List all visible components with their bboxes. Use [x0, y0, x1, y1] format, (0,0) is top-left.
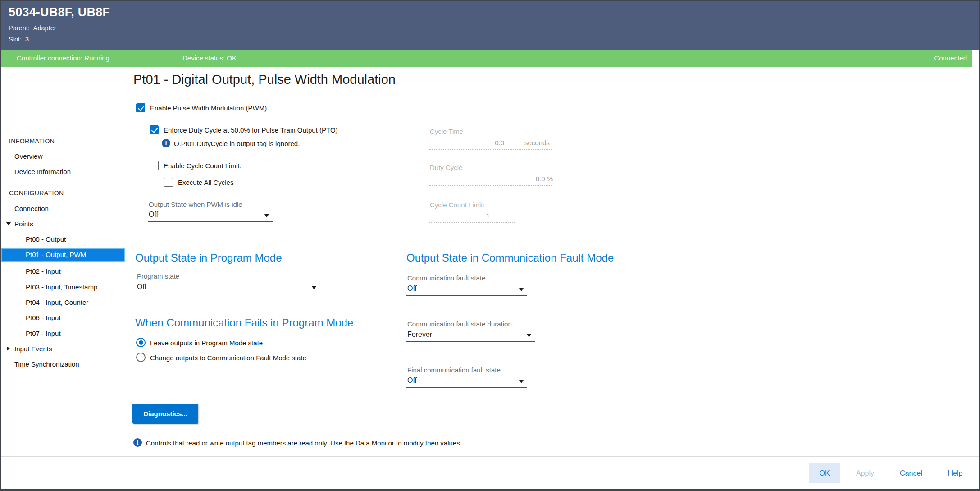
controller-connection-status: Controller connection: Running	[17, 54, 109, 62]
enable-pwm-label: Enable Pulse Width Modulation (PWM)	[150, 104, 267, 112]
chevron-down-icon	[312, 286, 316, 289]
cycle-count-limit-underline	[429, 222, 515, 223]
enable-cycle-count-checkbox[interactable]	[150, 161, 159, 170]
sidebar-item-points[interactable]: Points	[14, 220, 33, 228]
cycle-count-limit-label: Cycle Count Limit:	[430, 201, 485, 209]
help-button[interactable]: Help	[938, 463, 972, 483]
duty-cycle-label: Duty Cycle	[430, 164, 463, 171]
connection-state: Connected	[934, 54, 967, 62]
sidebar-item-device-information[interactable]: Device Information	[14, 168, 71, 175]
chevron-down-icon	[264, 214, 269, 217]
sidebar-section-configuration: CONFIGURATION	[9, 189, 64, 197]
change-outputs-radio[interactable]	[136, 353, 146, 362]
module-parent-row: Parent:Adapter	[9, 24, 56, 32]
cycle-time-unit: seconds	[524, 139, 550, 147]
cancel-button[interactable]: Cancel	[889, 463, 933, 483]
cycle-count-limit-value: 1	[429, 212, 490, 220]
cycle-time-value: 0.0	[430, 139, 504, 147]
info-icon: i	[162, 139, 170, 147]
read-only-note: Controls that read or write output tag m…	[146, 439, 462, 447]
device-status: Device status: OK	[182, 54, 237, 62]
sidebar-item-pt06[interactable]: Pt06 - Input	[26, 314, 61, 321]
cycle-time-label: Cycle Time	[430, 128, 463, 135]
comm-fails-heading: When Communication Fails in Program Mode	[135, 317, 353, 329]
comm-fault-duration-value: Forever	[407, 330, 432, 339]
sidebar-divider	[126, 67, 126, 456]
idle-state-label: Output State when PWM is idle	[149, 201, 242, 208]
idle-state-value: Off	[149, 211, 158, 219]
input-events-collapsed-arrow-icon[interactable]	[7, 346, 10, 351]
sidebar-item-pt00[interactable]: Pt00 - Output	[26, 235, 66, 243]
sidebar-item-pt01-label: Pt01 - Output, PWM	[26, 251, 86, 258]
duty-cycle-value: 0.0 %	[430, 175, 553, 183]
enable-cycle-count-label: Enable Cycle Count Limit:	[164, 162, 242, 170]
comm-fault-duration-label: Communication fault state duration	[407, 320, 512, 328]
comm-fault-state-label: Communication fault state	[407, 274, 485, 282]
program-state-value: Off	[137, 283, 146, 291]
final-fault-state-dropdown[interactable]: Off	[406, 376, 527, 388]
execute-all-cycles-label: Execute All Cycles	[178, 179, 233, 186]
leave-outputs-radio[interactable]	[136, 338, 146, 347]
module-title: 5034-UB8F, UB8F	[9, 5, 110, 19]
sidebar-item-pt04[interactable]: Pt04 - Input, Counter	[26, 298, 88, 306]
module-slot-row: Slot:3	[9, 36, 29, 43]
apply-button[interactable]: Apply	[846, 463, 884, 483]
enforce-duty-cycle-label: Enforce Duty Cycle at 50.0% for Pulse Tr…	[164, 126, 338, 134]
final-fault-state-value: Off	[407, 376, 417, 385]
sidebar-item-pt01-selected[interactable]: Pt01 - Output, PWM	[1, 248, 125, 262]
slot-value: 3	[25, 36, 29, 43]
diagnostics-button[interactable]: Diagnostics...	[132, 404, 198, 424]
sidebar-item-input-events[interactable]: Input Events	[14, 345, 52, 353]
footer-divider	[1, 456, 979, 457]
info-icon: i	[133, 438, 142, 447]
duty-cycle-info-text: O.Pt01.DutyCycle in output tag is ignore…	[174, 140, 300, 147]
chevron-down-icon	[527, 334, 531, 337]
sidebar-section-information: INFORMATION	[9, 138, 55, 145]
sidebar-nav: INFORMATION Overview Device Information …	[1, 67, 126, 456]
sidebar-item-pt03[interactable]: Pt03 - Input, Timestamp	[26, 283, 97, 291]
execute-all-cycles-checkbox[interactable]	[164, 178, 173, 187]
chevron-down-icon	[519, 380, 524, 383]
sidebar-item-time-synchronization[interactable]: Time Synchronization	[14, 360, 79, 368]
parent-value: Adapter	[33, 24, 56, 32]
slot-label: Slot:	[9, 36, 22, 43]
comm-fault-mode-heading: Output State in Communication Fault Mode	[406, 252, 614, 264]
points-expanded-arrow-icon[interactable]	[6, 222, 11, 225]
enforce-duty-cycle-checkbox[interactable]	[150, 125, 159, 134]
sidebar-item-overview[interactable]: Overview	[14, 152, 43, 160]
change-outputs-label: Change outputs to Communication Fault Mo…	[150, 354, 306, 362]
idle-state-dropdown[interactable]: Off	[148, 210, 273, 222]
comm-fault-duration-dropdown[interactable]: Forever	[406, 330, 535, 342]
page-title: Pt01 - Digital Output, Pulse Width Modul…	[133, 72, 396, 87]
chevron-down-icon	[519, 288, 524, 291]
connection-status-bar: Controller connection: Running Device st…	[1, 50, 972, 67]
module-header: 5034-UB8F, UB8F Parent:Adapter Slot:3	[1, 1, 979, 50]
enable-pwm-checkbox[interactable]	[136, 103, 145, 112]
parent-label: Parent:	[9, 24, 30, 32]
duty-cycle-underline	[429, 185, 552, 186]
comm-fault-state-value: Off	[407, 285, 417, 293]
program-state-dropdown[interactable]: Off	[136, 282, 320, 294]
program-state-label: Program state	[137, 272, 179, 280]
comm-fault-state-dropdown[interactable]: Off	[406, 284, 527, 296]
final-fault-state-label: Final communication fault state	[407, 366, 501, 374]
sidebar-item-connection[interactable]: Connection	[14, 205, 49, 212]
leave-outputs-label: Leave outputs in Program Mode state	[150, 339, 263, 347]
sidebar-item-pt07[interactable]: Pt07 - Input	[26, 330, 61, 337]
ok-button[interactable]: OK	[809, 463, 840, 483]
sidebar-item-pt02[interactable]: Pt02 - Input	[26, 267, 61, 275]
device-profile-window: 5034-UB8F, UB8F Parent:Adapter Slot:3 Co…	[0, 0, 980, 491]
program-mode-heading: Output State in Program Mode	[135, 252, 282, 264]
cycle-time-underline	[429, 149, 552, 150]
